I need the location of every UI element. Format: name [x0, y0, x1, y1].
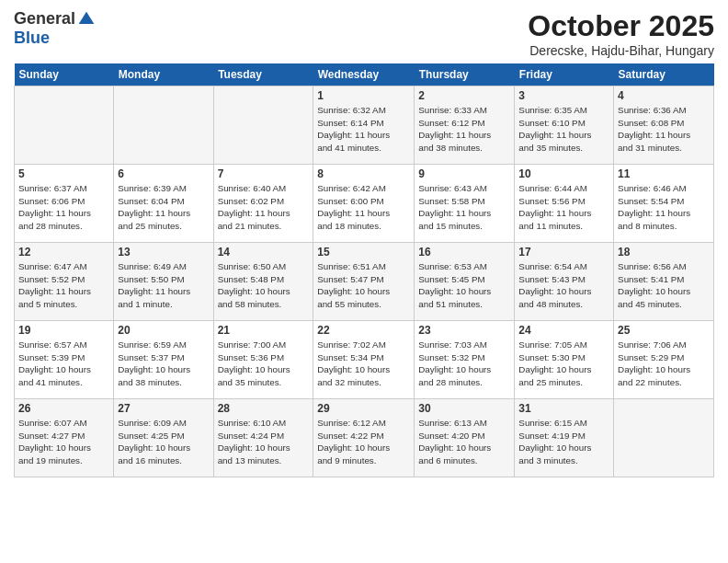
day-number: 2 [418, 89, 510, 102]
day-info: Sunrise: 6:56 AM Sunset: 5:41 PM Dayligh… [618, 260, 710, 311]
logo-blue-text: Blue [14, 29, 50, 48]
calendar-cell: 15Sunrise: 6:51 AM Sunset: 5:47 PM Dayli… [313, 243, 415, 321]
calendar-cell: 2Sunrise: 6:33 AM Sunset: 6:12 PM Daylig… [415, 86, 515, 165]
calendar-week-1: 5Sunrise: 6:37 AM Sunset: 6:06 PM Daylig… [15, 165, 714, 243]
calendar-cell: 7Sunrise: 6:40 AM Sunset: 6:02 PM Daylig… [213, 165, 313, 243]
logo-blue: Blue [14, 29, 50, 47]
day-info: Sunrise: 6:32 AM Sunset: 6:14 PM Dayligh… [317, 104, 410, 155]
calendar-cell: 26Sunrise: 6:07 AM Sunset: 4:27 PM Dayli… [15, 399, 114, 477]
logo-text: General [14, 9, 96, 29]
day-info: Sunrise: 6:36 AM Sunset: 6:08 PM Dayligh… [618, 104, 710, 155]
day-number: 5 [18, 167, 109, 180]
day-info: Sunrise: 6:44 AM Sunset: 5:56 PM Dayligh… [518, 182, 609, 233]
day-number: 18 [618, 246, 710, 259]
day-number: 12 [18, 246, 109, 259]
calendar-cell: 12Sunrise: 6:47 AM Sunset: 5:52 PM Dayli… [15, 243, 114, 321]
calendar-cell: 24Sunrise: 7:05 AM Sunset: 5:30 PM Dayli… [515, 321, 614, 399]
day-info: Sunrise: 6:46 AM Sunset: 5:54 PM Dayligh… [618, 182, 710, 233]
calendar-cell: 22Sunrise: 7:02 AM Sunset: 5:34 PM Dayli… [313, 321, 415, 399]
calendar-cell: 17Sunrise: 6:54 AM Sunset: 5:43 PM Dayli… [515, 243, 614, 321]
calendar-cell: 13Sunrise: 6:49 AM Sunset: 5:50 PM Dayli… [114, 243, 213, 321]
calendar-cell: 18Sunrise: 6:56 AM Sunset: 5:41 PM Dayli… [614, 243, 714, 321]
day-number: 19 [18, 324, 109, 337]
day-number: 21 [218, 324, 310, 337]
day-info: Sunrise: 6:09 AM Sunset: 4:25 PM Dayligh… [118, 417, 209, 467]
header-tuesday: Tuesday [213, 63, 313, 86]
location-title: Derecske, Hajdu-Bihar, Hungary [528, 43, 714, 58]
logo-general: General [14, 9, 75, 29]
day-number: 23 [418, 324, 510, 337]
calendar-week-2: 12Sunrise: 6:47 AM Sunset: 5:52 PM Dayli… [15, 243, 714, 321]
day-info: Sunrise: 7:00 AM Sunset: 5:36 PM Dayligh… [218, 339, 310, 389]
day-number: 31 [518, 402, 609, 415]
day-info: Sunrise: 7:05 AM Sunset: 5:30 PM Dayligh… [518, 339, 609, 389]
calendar-week-0: 1Sunrise: 6:32 AM Sunset: 6:14 PM Daylig… [15, 86, 714, 165]
day-number: 10 [518, 167, 609, 180]
calendar-cell: 27Sunrise: 6:09 AM Sunset: 4:25 PM Dayli… [114, 399, 213, 477]
calendar-cell: 9Sunrise: 6:43 AM Sunset: 5:58 PM Daylig… [415, 165, 515, 243]
day-info: Sunrise: 6:59 AM Sunset: 5:37 PM Dayligh… [118, 339, 209, 389]
day-number: 15 [317, 246, 410, 259]
calendar-cell: 31Sunrise: 6:15 AM Sunset: 4:19 PM Dayli… [515, 399, 614, 477]
day-number: 25 [618, 324, 710, 337]
day-number: 30 [418, 402, 510, 415]
day-number: 9 [418, 167, 510, 180]
weekday-row: Sunday Monday Tuesday Wednesday Thursday… [15, 63, 714, 86]
logo: General Blue [14, 9, 96, 48]
calendar-header: Sunday Monday Tuesday Wednesday Thursday… [15, 63, 714, 86]
day-info: Sunrise: 6:43 AM Sunset: 5:58 PM Dayligh… [418, 182, 510, 233]
day-info: Sunrise: 7:03 AM Sunset: 5:32 PM Dayligh… [418, 339, 510, 389]
calendar-cell: 23Sunrise: 7:03 AM Sunset: 5:32 PM Dayli… [415, 321, 515, 399]
header: General Blue October 2025 Derecske, Hajd… [14, 9, 714, 58]
calendar-cell: 3Sunrise: 6:35 AM Sunset: 6:10 PM Daylig… [515, 86, 614, 165]
calendar-cell: 1Sunrise: 6:32 AM Sunset: 6:14 PM Daylig… [313, 86, 415, 165]
day-number: 24 [518, 324, 609, 337]
calendar-cell: 16Sunrise: 6:53 AM Sunset: 5:45 PM Dayli… [415, 243, 515, 321]
calendar-cell: 29Sunrise: 6:12 AM Sunset: 4:22 PM Dayli… [313, 399, 415, 477]
calendar-cell: 25Sunrise: 7:06 AM Sunset: 5:29 PM Dayli… [614, 321, 714, 399]
svg-marker-0 [79, 11, 95, 23]
day-info: Sunrise: 6:40 AM Sunset: 6:02 PM Dayligh… [218, 182, 310, 233]
day-info: Sunrise: 6:35 AM Sunset: 6:10 PM Dayligh… [518, 104, 609, 155]
day-info: Sunrise: 6:07 AM Sunset: 4:27 PM Dayligh… [18, 417, 109, 467]
day-number: 17 [518, 246, 609, 259]
day-number: 22 [317, 324, 410, 337]
calendar-cell: 20Sunrise: 6:59 AM Sunset: 5:37 PM Dayli… [114, 321, 213, 399]
calendar-cell: 14Sunrise: 6:50 AM Sunset: 5:48 PM Dayli… [213, 243, 313, 321]
day-number: 6 [118, 167, 209, 180]
day-number: 20 [118, 324, 209, 337]
calendar-cell: 19Sunrise: 6:57 AM Sunset: 5:39 PM Dayli… [15, 321, 114, 399]
day-info: Sunrise: 6:53 AM Sunset: 5:45 PM Dayligh… [418, 260, 510, 311]
calendar-cell: 11Sunrise: 6:46 AM Sunset: 5:54 PM Dayli… [614, 165, 714, 243]
header-thursday: Thursday [415, 63, 515, 86]
header-wednesday: Wednesday [313, 63, 415, 86]
header-sunday: Sunday [15, 63, 114, 86]
day-number: 1 [317, 89, 410, 102]
day-number: 26 [18, 402, 109, 415]
day-info: Sunrise: 6:51 AM Sunset: 5:47 PM Dayligh… [317, 260, 410, 311]
calendar-cell: 10Sunrise: 6:44 AM Sunset: 5:56 PM Dayli… [515, 165, 614, 243]
calendar-week-4: 26Sunrise: 6:07 AM Sunset: 4:27 PM Dayli… [15, 399, 714, 477]
day-info: Sunrise: 6:50 AM Sunset: 5:48 PM Dayligh… [218, 260, 310, 311]
day-number: 13 [118, 246, 209, 259]
day-number: 27 [118, 402, 209, 415]
day-info: Sunrise: 6:15 AM Sunset: 4:19 PM Dayligh… [518, 417, 609, 467]
day-number: 29 [317, 402, 410, 415]
header-saturday: Saturday [614, 63, 714, 86]
header-friday: Friday [515, 63, 614, 86]
calendar-cell: 21Sunrise: 7:00 AM Sunset: 5:36 PM Dayli… [213, 321, 313, 399]
day-info: Sunrise: 6:37 AM Sunset: 6:06 PM Dayligh… [18, 182, 109, 233]
title-block: October 2025 Derecske, Hajdu-Bihar, Hung… [528, 9, 714, 58]
calendar-week-3: 19Sunrise: 6:57 AM Sunset: 5:39 PM Dayli… [15, 321, 714, 399]
calendar-cell: 8Sunrise: 6:42 AM Sunset: 6:00 PM Daylig… [313, 165, 415, 243]
day-number: 4 [618, 89, 710, 102]
day-info: Sunrise: 7:06 AM Sunset: 5:29 PM Dayligh… [618, 339, 710, 389]
day-info: Sunrise: 7:02 AM Sunset: 5:34 PM Dayligh… [317, 339, 410, 389]
page-container: General Blue October 2025 Derecske, Hajd… [0, 0, 728, 482]
day-info: Sunrise: 6:12 AM Sunset: 4:22 PM Dayligh… [317, 417, 410, 467]
day-info: Sunrise: 6:13 AM Sunset: 4:20 PM Dayligh… [418, 417, 510, 467]
day-info: Sunrise: 6:39 AM Sunset: 6:04 PM Dayligh… [118, 182, 209, 233]
calendar-cell: 5Sunrise: 6:37 AM Sunset: 6:06 PM Daylig… [15, 165, 114, 243]
calendar-cell: 4Sunrise: 6:36 AM Sunset: 6:08 PM Daylig… [614, 86, 714, 165]
calendar-cell [15, 86, 114, 165]
